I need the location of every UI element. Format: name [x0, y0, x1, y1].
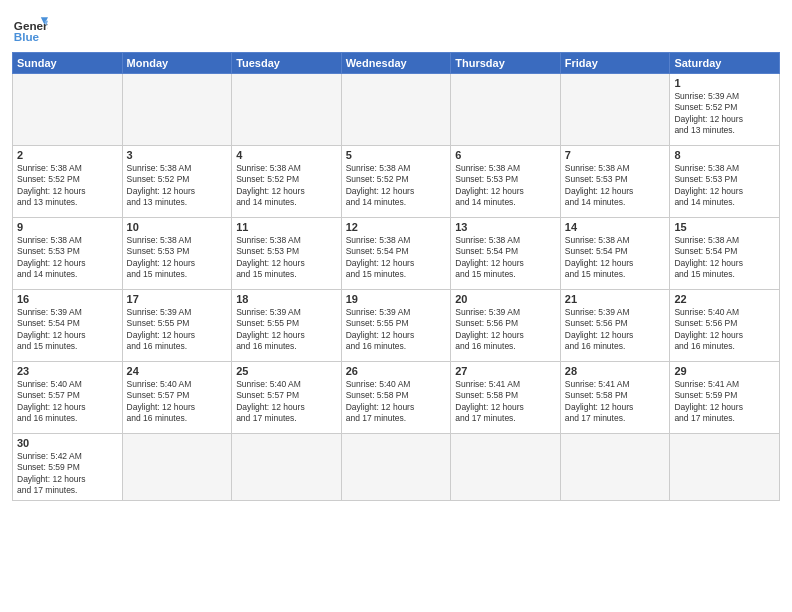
calendar-cell: 26Sunrise: 5:40 AM Sunset: 5:58 PM Dayli…: [341, 362, 451, 434]
calendar-cell: 17Sunrise: 5:39 AM Sunset: 5:55 PM Dayli…: [122, 290, 232, 362]
week-row-5: 23Sunrise: 5:40 AM Sunset: 5:57 PM Dayli…: [13, 362, 780, 434]
day-number: 2: [17, 149, 118, 161]
cell-text: Sunrise: 5:38 AM Sunset: 5:53 PM Dayligh…: [17, 235, 118, 281]
cell-text: Sunrise: 5:38 AM Sunset: 5:53 PM Dayligh…: [565, 163, 666, 209]
cell-text: Sunrise: 5:38 AM Sunset: 5:53 PM Dayligh…: [455, 163, 556, 209]
day-number: 23: [17, 365, 118, 377]
calendar-cell: 19Sunrise: 5:39 AM Sunset: 5:55 PM Dayli…: [341, 290, 451, 362]
logo-icon: General Blue: [12, 10, 48, 46]
day-number: 9: [17, 221, 118, 233]
cell-text: Sunrise: 5:41 AM Sunset: 5:58 PM Dayligh…: [565, 379, 666, 425]
calendar-cell: [122, 434, 232, 501]
calendar-cell: 29Sunrise: 5:41 AM Sunset: 5:59 PM Dayli…: [670, 362, 780, 434]
cell-text: Sunrise: 5:38 AM Sunset: 5:53 PM Dayligh…: [674, 163, 775, 209]
day-number: 3: [127, 149, 228, 161]
cell-text: Sunrise: 5:41 AM Sunset: 5:58 PM Dayligh…: [455, 379, 556, 425]
calendar-cell: 7Sunrise: 5:38 AM Sunset: 5:53 PM Daylig…: [560, 146, 670, 218]
calendar-cell: 4Sunrise: 5:38 AM Sunset: 5:52 PM Daylig…: [232, 146, 342, 218]
cell-text: Sunrise: 5:39 AM Sunset: 5:56 PM Dayligh…: [455, 307, 556, 353]
cell-text: Sunrise: 5:38 AM Sunset: 5:54 PM Dayligh…: [565, 235, 666, 281]
weekday-tuesday: Tuesday: [232, 53, 342, 74]
day-number: 4: [236, 149, 337, 161]
day-number: 26: [346, 365, 447, 377]
cell-text: Sunrise: 5:39 AM Sunset: 5:54 PM Dayligh…: [17, 307, 118, 353]
cell-text: Sunrise: 5:39 AM Sunset: 5:55 PM Dayligh…: [127, 307, 228, 353]
cell-text: Sunrise: 5:40 AM Sunset: 5:57 PM Dayligh…: [236, 379, 337, 425]
cell-text: Sunrise: 5:40 AM Sunset: 5:58 PM Dayligh…: [346, 379, 447, 425]
day-number: 14: [565, 221, 666, 233]
logo: General Blue: [12, 10, 48, 46]
calendar-cell: 25Sunrise: 5:40 AM Sunset: 5:57 PM Dayli…: [232, 362, 342, 434]
calendar-cell: 16Sunrise: 5:39 AM Sunset: 5:54 PM Dayli…: [13, 290, 123, 362]
cell-text: Sunrise: 5:38 AM Sunset: 5:54 PM Dayligh…: [674, 235, 775, 281]
calendar-cell: 9Sunrise: 5:38 AM Sunset: 5:53 PM Daylig…: [13, 218, 123, 290]
day-number: 13: [455, 221, 556, 233]
cell-text: Sunrise: 5:39 AM Sunset: 5:56 PM Dayligh…: [565, 307, 666, 353]
weekday-wednesday: Wednesday: [341, 53, 451, 74]
calendar-cell: [341, 434, 451, 501]
page: General Blue SundayMondayTuesdayWednesda…: [0, 0, 792, 612]
calendar-cell: 28Sunrise: 5:41 AM Sunset: 5:58 PM Dayli…: [560, 362, 670, 434]
day-number: 17: [127, 293, 228, 305]
day-number: 10: [127, 221, 228, 233]
week-row-3: 9Sunrise: 5:38 AM Sunset: 5:53 PM Daylig…: [13, 218, 780, 290]
day-number: 24: [127, 365, 228, 377]
calendar-cell: [13, 74, 123, 146]
day-number: 22: [674, 293, 775, 305]
calendar-cell: 14Sunrise: 5:38 AM Sunset: 5:54 PM Dayli…: [560, 218, 670, 290]
cell-text: Sunrise: 5:38 AM Sunset: 5:52 PM Dayligh…: [17, 163, 118, 209]
cell-text: Sunrise: 5:38 AM Sunset: 5:54 PM Dayligh…: [346, 235, 447, 281]
week-row-2: 2Sunrise: 5:38 AM Sunset: 5:52 PM Daylig…: [13, 146, 780, 218]
day-number: 28: [565, 365, 666, 377]
calendar-cell: 5Sunrise: 5:38 AM Sunset: 5:52 PM Daylig…: [341, 146, 451, 218]
cell-text: Sunrise: 5:38 AM Sunset: 5:52 PM Dayligh…: [236, 163, 337, 209]
weekday-saturday: Saturday: [670, 53, 780, 74]
day-number: 18: [236, 293, 337, 305]
cell-text: Sunrise: 5:39 AM Sunset: 5:52 PM Dayligh…: [674, 91, 775, 137]
calendar-cell: 3Sunrise: 5:38 AM Sunset: 5:52 PM Daylig…: [122, 146, 232, 218]
weekday-monday: Monday: [122, 53, 232, 74]
day-number: 7: [565, 149, 666, 161]
cell-text: Sunrise: 5:38 AM Sunset: 5:53 PM Dayligh…: [127, 235, 228, 281]
calendar-cell: [670, 434, 780, 501]
day-number: 27: [455, 365, 556, 377]
week-row-6: 30Sunrise: 5:42 AM Sunset: 5:59 PM Dayli…: [13, 434, 780, 501]
calendar-cell: 20Sunrise: 5:39 AM Sunset: 5:56 PM Dayli…: [451, 290, 561, 362]
calendar-cell: [341, 74, 451, 146]
calendar: SundayMondayTuesdayWednesdayThursdayFrid…: [12, 52, 780, 501]
cell-text: Sunrise: 5:40 AM Sunset: 5:57 PM Dayligh…: [127, 379, 228, 425]
cell-text: Sunrise: 5:39 AM Sunset: 5:55 PM Dayligh…: [236, 307, 337, 353]
calendar-cell: 18Sunrise: 5:39 AM Sunset: 5:55 PM Dayli…: [232, 290, 342, 362]
day-number: 30: [17, 437, 118, 449]
calendar-cell: 27Sunrise: 5:41 AM Sunset: 5:58 PM Dayli…: [451, 362, 561, 434]
cell-text: Sunrise: 5:39 AM Sunset: 5:55 PM Dayligh…: [346, 307, 447, 353]
calendar-cell: 11Sunrise: 5:38 AM Sunset: 5:53 PM Dayli…: [232, 218, 342, 290]
calendar-cell: 8Sunrise: 5:38 AM Sunset: 5:53 PM Daylig…: [670, 146, 780, 218]
calendar-cell: 2Sunrise: 5:38 AM Sunset: 5:52 PM Daylig…: [13, 146, 123, 218]
day-number: 19: [346, 293, 447, 305]
cell-text: Sunrise: 5:40 AM Sunset: 5:56 PM Dayligh…: [674, 307, 775, 353]
calendar-cell: 21Sunrise: 5:39 AM Sunset: 5:56 PM Dayli…: [560, 290, 670, 362]
calendar-cell: [232, 434, 342, 501]
day-number: 11: [236, 221, 337, 233]
day-number: 12: [346, 221, 447, 233]
week-row-4: 16Sunrise: 5:39 AM Sunset: 5:54 PM Dayli…: [13, 290, 780, 362]
calendar-cell: 6Sunrise: 5:38 AM Sunset: 5:53 PM Daylig…: [451, 146, 561, 218]
cell-text: Sunrise: 5:42 AM Sunset: 5:59 PM Dayligh…: [17, 451, 118, 497]
day-number: 15: [674, 221, 775, 233]
cell-text: Sunrise: 5:40 AM Sunset: 5:57 PM Dayligh…: [17, 379, 118, 425]
cell-text: Sunrise: 5:41 AM Sunset: 5:59 PM Dayligh…: [674, 379, 775, 425]
calendar-cell: [560, 434, 670, 501]
calendar-cell: 12Sunrise: 5:38 AM Sunset: 5:54 PM Dayli…: [341, 218, 451, 290]
calendar-cell: [451, 74, 561, 146]
calendar-cell: [232, 74, 342, 146]
calendar-cell: 23Sunrise: 5:40 AM Sunset: 5:57 PM Dayli…: [13, 362, 123, 434]
svg-text:Blue: Blue: [14, 30, 40, 43]
day-number: 25: [236, 365, 337, 377]
week-row-1: 1Sunrise: 5:39 AM Sunset: 5:52 PM Daylig…: [13, 74, 780, 146]
calendar-cell: 22Sunrise: 5:40 AM Sunset: 5:56 PM Dayli…: [670, 290, 780, 362]
day-number: 29: [674, 365, 775, 377]
cell-text: Sunrise: 5:38 AM Sunset: 5:52 PM Dayligh…: [346, 163, 447, 209]
day-number: 16: [17, 293, 118, 305]
calendar-cell: 13Sunrise: 5:38 AM Sunset: 5:54 PM Dayli…: [451, 218, 561, 290]
